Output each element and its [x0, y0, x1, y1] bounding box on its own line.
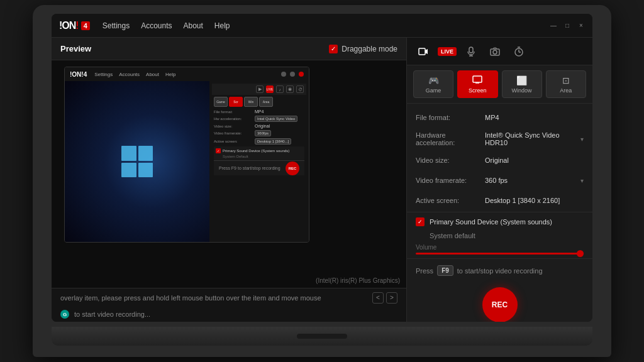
laptop-screen: !ON! 4 Settings Accounts About Help — □ … — [52, 14, 592, 322]
screen-icon — [472, 75, 482, 85]
hw-accel-value: Intel® Quick Sync Video HDR10 — [485, 131, 578, 146]
nested-win-controls — [281, 72, 304, 77]
video-framerate-dropdown[interactable]: 360 fps ▾ — [485, 177, 584, 184]
title-bar: !ON! 4 Settings Accounts About Help — □ … — [52, 14, 592, 38]
menu-help[interactable]: Help — [214, 21, 230, 30]
press-suffix: to start/stop video recording — [457, 267, 543, 275]
area-icon: ⊡ — [562, 75, 570, 85]
mode-game-button[interactable]: 🎮 Game — [413, 70, 453, 98]
preview-label: Preview — [60, 44, 91, 53]
active-screen-value: Desktop 1 [3840 x 2160] — [485, 197, 584, 204]
nested-bottom-bar: Press F9 to start/stop recording REC — [214, 160, 304, 175]
mode-area-button[interactable]: ⊡ Area — [546, 70, 586, 98]
nested-wallpaper — [65, 81, 209, 242]
nested-icon-video: ▶ — [256, 85, 264, 93]
logo-number: 4 — [81, 21, 90, 30]
preview-status-bar: G to start video recording... — [52, 307, 406, 322]
preview-info-bar: overlay item, please press and hold left… — [52, 288, 406, 307]
toolbar-timer-icon[interactable] — [509, 41, 529, 62]
window-label: Window — [512, 87, 532, 94]
minimize-button[interactable]: — — [550, 22, 557, 30]
mode-window-button[interactable]: ⬜ Window — [502, 70, 542, 98]
nested-audio-section: ✓Primary Sound Device (System sounds) Sy… — [214, 146, 304, 160]
close-button[interactable]: × — [577, 22, 585, 30]
draggable-mode-toggle[interactable]: Draggable mode — [329, 45, 397, 53]
framerate-arrow: ▾ — [580, 177, 584, 184]
rec-button[interactable]: REC — [482, 287, 518, 322]
nested-icon-timer: ⏱ — [296, 85, 304, 93]
nested-preview-area — [65, 81, 209, 242]
toolbar-camera-icon[interactable] — [485, 41, 505, 62]
hw-accel-label: Hardware acceleration: — [416, 131, 485, 146]
nav-arrows: < > — [372, 292, 397, 304]
live-badge: LIVE — [438, 47, 457, 56]
hw-accel-row: Hardware acceleration: Intel® Quick Sync… — [407, 128, 592, 150]
settings-panel: LIVE — [407, 38, 592, 322]
primary-sound-row[interactable]: Primary Sound Device (System sounds) — [407, 214, 592, 230]
game-icon: 🎮 — [428, 75, 439, 85]
nested-mode-window: Win — [244, 97, 258, 107]
svg-point-6 — [493, 50, 497, 54]
nav-next-button[interactable]: > — [386, 292, 397, 304]
mode-screen-button[interactable]: Screen — [457, 70, 497, 98]
system-default-row: System default — [407, 230, 592, 241]
video-framerate-value: 360 fps — [485, 177, 578, 184]
nested-icon-cam: ◉ — [286, 85, 294, 93]
app-logo: !ON! 4 — [59, 20, 90, 31]
nested-screenshot: !ON!4 SettingsAccountsAboutHelp — [64, 67, 309, 243]
file-format-value: MP4 — [485, 114, 584, 121]
window-controls: — □ × — [550, 22, 585, 30]
maximize-button[interactable]: □ — [564, 22, 571, 30]
draggable-checkbox[interactable] — [329, 45, 338, 53]
press-prefix: Press — [416, 267, 433, 275]
nested-mode-buttons: Game Scr Win Area — [214, 97, 304, 107]
laptop-notch — [297, 334, 347, 339]
nested-mode-game: Game — [214, 97, 228, 107]
nested-logo: !ON!4 — [70, 71, 87, 78]
file-format-row: File format: MP4 — [407, 107, 592, 128]
nested-settings-panel: ▶ LIVE ♪ ◉ ⏱ — [209, 81, 309, 242]
video-size-row: Video size: Original — [407, 150, 592, 170]
menu-settings[interactable]: Settings — [103, 21, 130, 30]
main-content: Preview Draggable mode !ON!4 S — [52, 38, 592, 322]
menu-about[interactable]: About — [184, 21, 203, 30]
nested-body: ▶ LIVE ♪ ◉ ⏱ — [65, 81, 309, 242]
file-format-label: File format: — [416, 114, 485, 121]
overlay-info-text: overlay item, please press and hold left… — [60, 294, 367, 302]
nested-icon-mic: ♪ — [276, 85, 284, 93]
primary-sound-label: Primary Sound Device (System sounds) — [430, 218, 552, 226]
primary-sound-checkbox[interactable] — [416, 217, 425, 226]
svg-rect-2 — [469, 47, 473, 53]
svg-rect-0 — [419, 48, 425, 55]
window-icon: ⬜ — [516, 75, 527, 85]
nested-icon-live: LIVE — [266, 85, 274, 93]
toolbar-video-icon[interactable] — [413, 41, 433, 62]
video-size-label: Video size: — [416, 156, 485, 164]
video-size-value: Original — [485, 156, 584, 164]
settings-toolbar: LIVE — [407, 38, 592, 65]
game-label: Game — [426, 87, 441, 94]
rec-button-row: REC — [407, 281, 592, 322]
windows-logo-icon — [121, 146, 153, 177]
nested-menu: SettingsAccountsAboutHelp — [94, 72, 175, 77]
nav-prev-button[interactable]: < — [372, 292, 384, 304]
divider-1 — [407, 212, 592, 212]
area-label: Area — [560, 87, 572, 94]
mode-selector: 🎮 Game Screen — [407, 65, 592, 104]
volume-thumb[interactable] — [577, 250, 584, 257]
video-framerate-row: Video framerate: 360 fps ▾ — [407, 170, 592, 190]
nested-mode-area: Area — [259, 97, 273, 107]
active-screen-row: Active screen: Desktop 1 [3840 x 2160] — [407, 190, 592, 211]
toolbar-live-button[interactable]: LIVE — [437, 41, 457, 62]
menu-accounts[interactable]: Accounts — [141, 21, 172, 30]
app-window: !ON! 4 Settings Accounts About Help — □ … — [52, 14, 592, 322]
preview-area: !ON!4 SettingsAccountsAboutHelp — [52, 60, 406, 288]
hw-accel-dropdown[interactable]: Intel® Quick Sync Video HDR10 ▾ — [485, 131, 584, 146]
nested-mode-screen: Scr — [229, 97, 243, 107]
status-text: to start video recording... — [74, 310, 150, 318]
toolbar-mic-icon[interactable] — [461, 41, 481, 62]
nested-tab-bar: ▶ LIVE ♪ ◉ ⏱ — [212, 84, 306, 95]
volume-slider[interactable] — [416, 253, 584, 255]
press-hint-row: Press F9 to start/stop video recording — [407, 260, 592, 281]
video-framerate-label: Video framerate: — [416, 177, 485, 184]
